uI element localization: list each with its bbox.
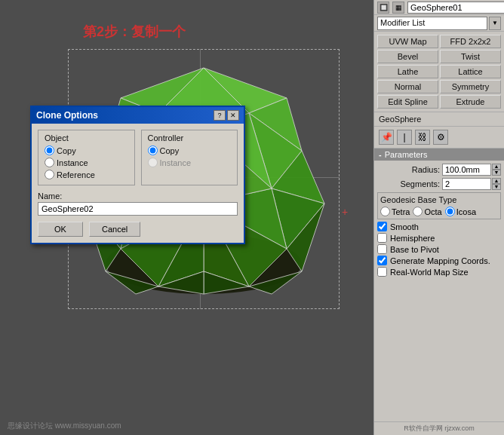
geodesic-icosa-label: Icosa — [456, 207, 476, 216]
checkbox-generate-mapping: Generate Mapping Coords. — [377, 256, 501, 265]
panel-bottom-watermark: R软件自学网 rjzxw.com — [374, 421, 504, 435]
pin-icon[interactable]: 📌 — [379, 130, 394, 145]
geodesic-tetra-label: Tetra — [392, 207, 410, 216]
clone-options-dialog: Clone Options ? ✕ Object Copy — [30, 106, 245, 244]
button-twist[interactable]: Twist — [440, 50, 501, 63]
base-to-pivot-label: Base to Pivot — [390, 245, 439, 254]
checkbox-smooth: Smooth — [377, 222, 501, 231]
segments-input[interactable] — [442, 178, 491, 190]
watermark-bottom: 思缘设计论坛 www.missyuan.com — [8, 421, 121, 431]
geodesic-tetra-radio[interactable] — [380, 207, 390, 216]
object-instance-row: Instance — [45, 158, 128, 167]
button-normal[interactable]: Normal — [377, 80, 438, 93]
button-ffd2x2x2[interactable]: FFD 2x2x2 — [440, 35, 501, 48]
geodesic-octa-label: Octa — [424, 207, 441, 216]
name-label: Name: — [38, 191, 238, 201]
controller-group-title: Controller — [148, 133, 232, 142]
hemisphere-checkbox[interactable] — [377, 233, 387, 243]
button-bevel[interactable]: Bevel — [377, 50, 438, 63]
dialog-titlebar: Clone Options ? ✕ — [32, 107, 244, 124]
button-extrude[interactable]: Extrude — [440, 95, 501, 109]
checkbox-base-to-pivot: Base to Pivot — [377, 244, 501, 254]
button-edit-spline[interactable]: Edit Spline — [377, 95, 438, 109]
button-symmetry[interactable]: Symmetry — [440, 80, 501, 93]
segments-label: Segments: — [377, 179, 440, 188]
radius-input[interactable] — [442, 164, 491, 176]
geodesic-icosa-radio[interactable] — [445, 207, 455, 216]
hemisphere-label: Hemisphere — [390, 234, 435, 243]
parameters-header: - Parameters — [374, 149, 504, 161]
name-input[interactable] — [38, 202, 238, 216]
cancel-button[interactable]: Cancel — [89, 222, 140, 237]
segments-up[interactable]: ▲ — [492, 178, 501, 184]
checkbox-hemisphere: Hemisphere — [377, 233, 501, 243]
object-copy-row: Copy — [45, 146, 128, 155]
controller-instance-label: Instance — [160, 158, 192, 167]
ok-button[interactable]: OK — [38, 222, 83, 237]
base-to-pivot-checkbox[interactable] — [377, 244, 387, 254]
segments-row: Segments: ▲ ▼ — [377, 178, 501, 190]
graph-icon[interactable]: | — [397, 130, 412, 145]
controller-copy-row: Copy — [148, 146, 232, 155]
checkbox-real-world: Real-World Map Size — [377, 267, 501, 277]
settings-icon[interactable]: ⚙ — [433, 130, 448, 145]
geodesic-title: Geodesic Base Type — [380, 195, 498, 204]
object-reference-label: Reference — [57, 170, 95, 179]
panel-icon-2[interactable]: ▦ — [392, 2, 404, 14]
panel-top-icons: 🔲 ▦ — [377, 2, 404, 14]
modifier-list-dropdown[interactable]: ▼ — [489, 17, 501, 30]
modifier-buttons-grid: UVW Map FFD 2x2x2 Bevel Twist Lathe Latt… — [374, 32, 504, 112]
button-lathe[interactable]: Lathe — [377, 65, 438, 78]
object-copy-label: Copy — [57, 146, 76, 155]
dialog-groups-row: Object Copy Instance Reference — [38, 130, 238, 185]
button-uvw-map[interactable]: UVW Map — [377, 35, 438, 48]
radius-label: Radius: — [377, 165, 440, 174]
radius-spinner: ▲ ▼ — [492, 164, 501, 176]
object-instance-radio[interactable] — [45, 158, 54, 167]
panel-icon-1[interactable]: 🔲 — [377, 2, 389, 14]
geodesic-group: Geodesic Base Type Tetra Octa Icosa — [377, 192, 501, 219]
parameters-title: Parameters — [385, 150, 428, 159]
object-copy-radio[interactable] — [45, 146, 54, 155]
radius-up[interactable]: ▲ — [492, 164, 501, 170]
object-group-title: Object — [45, 133, 128, 142]
step-text: 第2步：复制一个 — [83, 23, 186, 41]
modifier-list-label: Modifier List — [377, 17, 487, 30]
right-panel: 🔲 ▦ www.web3x.com Modifier List ▼ UVW Ma… — [373, 0, 504, 435]
controller-group: Controller Copy Instance — [141, 130, 238, 185]
geodesic-octa-radio[interactable] — [413, 207, 423, 216]
smooth-label: Smooth — [390, 222, 419, 231]
controller-instance-radio — [148, 158, 158, 167]
segments-spinner: ▲ ▼ — [492, 178, 501, 190]
geodesic-tetra: Tetra — [380, 207, 410, 216]
smooth-checkbox[interactable] — [377, 222, 387, 231]
dialog-close-btn[interactable]: ✕ — [227, 110, 239, 121]
button-lattice[interactable]: Lattice — [440, 65, 501, 78]
object-reference-row: Reference — [45, 170, 128, 179]
dialog-controls: ? ✕ — [214, 110, 239, 121]
geodesic-radio-row: Tetra Octa Icosa — [380, 207, 498, 216]
segments-down[interactable]: ▼ — [492, 184, 501, 190]
real-world-label: Real-World Map Size — [390, 268, 469, 277]
radius-down[interactable]: ▼ — [492, 170, 501, 176]
parameters-collapse-btn[interactable]: - — [379, 150, 382, 159]
controller-copy-radio[interactable] — [148, 146, 158, 155]
geodesic-icosa: Icosa — [445, 207, 476, 216]
parameters-body: Radius: ▲ ▼ Segments: ▲ ▼ Geodesic Base … — [374, 161, 504, 421]
generate-mapping-checkbox[interactable] — [377, 256, 387, 265]
modifier-list-row: Modifier List ▼ — [374, 15, 504, 32]
dialog-buttons-row: OK Cancel — [38, 222, 238, 237]
chain-icon[interactable]: ⛓ — [415, 130, 430, 145]
name-section: Name: — [38, 191, 238, 216]
object-name-input[interactable] — [407, 2, 504, 14]
modifier-icon-row: 📌 | ⛓ ⚙ — [374, 127, 504, 149]
panel-top-bar: 🔲 ▦ www.web3x.com — [374, 0, 504, 15]
object-group: Object Copy Instance Reference — [38, 130, 135, 185]
cross-marker-right: + — [342, 206, 348, 218]
dialog-help-btn[interactable]: ? — [214, 110, 226, 121]
object-reference-radio[interactable] — [45, 170, 54, 179]
radius-row: Radius: ▲ ▼ — [377, 164, 501, 176]
real-world-checkbox[interactable] — [377, 267, 387, 277]
object-instance-label: Instance — [57, 158, 88, 167]
generate-mapping-label: Generate Mapping Coords. — [390, 256, 490, 265]
